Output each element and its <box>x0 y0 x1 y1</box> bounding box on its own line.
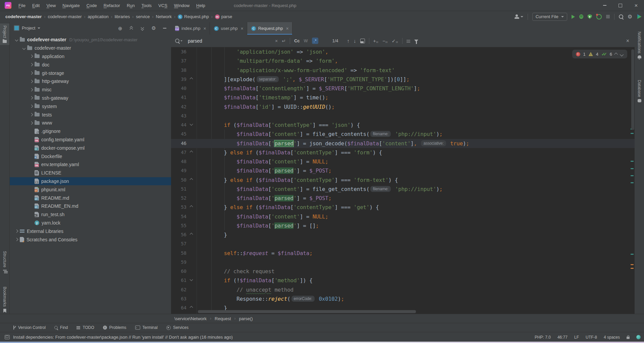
tree-item-codefever-master[interactable]: codefever-master <box>10 44 171 52</box>
code-line-52[interactable]: 52 $finalData['parsed'] = $_POST; <box>171 194 635 203</box>
add-occurrence-button[interactable]: +II <box>373 38 379 44</box>
breadcrumb-item[interactable]: CRequest.php <box>178 14 209 19</box>
chevron-right-icon[interactable] <box>30 88 33 91</box>
stripe-mark[interactable] <box>631 268 634 269</box>
code-line-48[interactable]: 48 $finalData['content'] = NULL; <box>171 157 635 166</box>
tree-item--gitignore[interactable]: .gitignore <box>10 127 171 136</box>
fold-marker-icon[interactable] <box>190 179 193 181</box>
regex-toggle[interactable]: .* <box>312 38 318 44</box>
menu-navigate[interactable]: Navigate <box>59 2 83 9</box>
status-widget[interactable]: UTF-8 <box>586 335 597 340</box>
maximize-button[interactable] <box>612 0 628 11</box>
tree-item-http-gateway[interactable]: http-gateway <box>10 77 171 86</box>
line-number[interactable]: 50 <box>171 176 186 185</box>
tree-item-ssh-gateway[interactable]: ssh-gateway <box>10 94 171 102</box>
code-line-44[interactable]: 44 if ($finalData['contentType'] === 'js… <box>171 120 635 130</box>
tree-item-readme-en-md[interactable]: MDREADME_EN.md <box>10 202 171 210</box>
code-line-63[interactable]: 63 Response::reject(errorCode: 0x0102); <box>171 294 635 303</box>
tool-button-project[interactable]: Project <box>0 23 9 45</box>
menu-tools[interactable]: Tools <box>139 2 155 9</box>
line-number[interactable]: 49 <box>171 166 186 175</box>
line-number[interactable]: 42 <box>171 102 186 111</box>
search-options-button[interactable] <box>175 39 182 43</box>
filter-lines-icon[interactable] <box>407 40 410 43</box>
menu-view[interactable]: View <box>43 2 59 9</box>
code-line-43[interactable]: 43 <box>171 111 635 120</box>
user-account-button[interactable] <box>515 14 523 19</box>
chevron-right-icon[interactable] <box>15 238 18 241</box>
chevron-right-icon[interactable] <box>15 230 18 233</box>
code-line-45[interactable]: 45 $finalData['content'] = file_get_cont… <box>171 130 635 139</box>
code-line-53[interactable]: 53 } else if ($finalData['contentType'] … <box>171 203 635 212</box>
tool-button-notifications[interactable]: Notifications <box>635 30 644 60</box>
chevron-right-icon[interactable] <box>30 113 33 116</box>
line-number[interactable]: 51 <box>171 185 186 194</box>
tree-item-dockerfile[interactable]: DDockerfile <box>10 152 171 160</box>
line-number[interactable]: 44 <box>171 120 186 130</box>
tree-item-tests[interactable]: tests <box>10 110 171 119</box>
status-widget[interactable]: 4 spaces <box>604 335 620 340</box>
status-widget[interactable]: PHP: 7.0 <box>535 335 551 340</box>
tree-item-external-libraries[interactable]: External Libraries <box>10 227 171 235</box>
chevron-right-icon[interactable] <box>30 121 33 125</box>
line-number[interactable]: 63 <box>171 294 186 303</box>
tree-item-yarn-lock[interactable]: yyarn.lock <box>10 219 171 227</box>
line-number[interactable]: 59 <box>171 258 186 267</box>
stop-button[interactable] <box>606 15 610 18</box>
match-case-toggle[interactable]: Cc <box>294 38 300 43</box>
tree-item-config-template-yaml[interactable]: YMLconfig.template.yaml <box>10 136 171 144</box>
stripe-mark[interactable] <box>631 161 634 162</box>
line-number[interactable]: 62 <box>171 285 186 294</box>
tool-button-structure[interactable]: Structure <box>0 249 9 275</box>
next-occurrence-button[interactable]: ↓ <box>354 38 356 44</box>
breadcrumb-item[interactable]: application <box>88 14 109 19</box>
hide-panel-icon[interactable] <box>163 28 166 29</box>
search-everywhere-button[interactable] <box>619 14 623 19</box>
select-all-occurrences-button[interactable]: ✓II <box>392 38 398 44</box>
tree-item-codefever-master[interactable]: codefever-masterD:\youyou_pm10\codefever… <box>10 36 171 44</box>
fold-marker-icon[interactable] <box>190 306 193 309</box>
tool-window-button-services[interactable]: Services <box>166 325 189 330</box>
tree-item-run-test-sh[interactable]: >_run_test.sh <box>10 210 171 219</box>
tool-window-button-find[interactable]: Find <box>54 325 68 330</box>
breadcrumb-item[interactable]: libraries <box>115 14 130 19</box>
breadcrumb-item[interactable]: service <box>136 14 150 19</box>
event-log-icon[interactable] <box>5 335 10 339</box>
line-number[interactable]: 36 <box>171 47 186 56</box>
tab-index-php[interactable]: PHPindex.php× <box>171 22 210 35</box>
line-number[interactable]: 37 <box>171 56 186 65</box>
fold-marker-icon[interactable] <box>190 151 193 154</box>
status-indicator-icon[interactable] <box>636 335 641 339</box>
tree-item-docker-compose-yml[interactable]: DCdocker-compose.yml <box>10 144 171 152</box>
line-number[interactable]: 56 <box>171 230 186 239</box>
line-number[interactable]: 47 <box>171 148 186 157</box>
code-line-61[interactable]: 61 if (!$finalData['method']) { <box>171 276 635 285</box>
tool-button-bookmarks[interactable]: Bookmarks <box>0 285 9 315</box>
stripe-mark[interactable] <box>631 133 634 134</box>
line-number[interactable]: 55 <box>171 221 186 230</box>
status-widget[interactable]: LF <box>574 335 579 340</box>
fold-marker-icon[interactable] <box>190 78 193 81</box>
line-number[interactable]: 53 <box>171 203 186 212</box>
code-line-41[interactable]: 41 $finalData['timestamp'] = time(); <box>171 93 635 102</box>
tab-close-icon[interactable]: × <box>286 26 288 31</box>
line-number[interactable]: 48 <box>171 157 186 166</box>
line-number[interactable]: 41 <box>171 93 186 102</box>
status-widget[interactable]: 46:77 <box>557 335 568 340</box>
find-in-selection-icon[interactable] <box>360 39 365 43</box>
tree-item-git-storage[interactable]: git-storage <box>10 69 171 77</box>
code-line-36[interactable]: 36 'application/json' => 'json', <box>171 47 635 56</box>
chevron-right-icon[interactable] <box>30 105 33 108</box>
tool-window-button-todo[interactable]: TODO <box>76 325 94 330</box>
code-line-56[interactable]: 56 } <box>171 230 635 239</box>
chevron-right-icon[interactable] <box>30 63 33 66</box>
expand-all-icon[interactable] <box>141 26 145 31</box>
code-line-50[interactable]: 50 } else if ($finalData['contentType'] … <box>171 176 635 185</box>
tree-item-license[interactable]: LICENSE <box>10 169 171 177</box>
project-panel-title[interactable]: Project <box>22 26 35 31</box>
breadcrumb-item[interactable]: codefever-master <box>5 14 42 19</box>
gear-icon[interactable]: ⚙ <box>152 26 156 31</box>
tool-window-button-terminal[interactable]: >Terminal <box>135 325 158 330</box>
tree-item-readme-md[interactable]: MDREADME.md <box>10 194 171 202</box>
menu-refactor[interactable]: Refactor <box>101 2 123 9</box>
